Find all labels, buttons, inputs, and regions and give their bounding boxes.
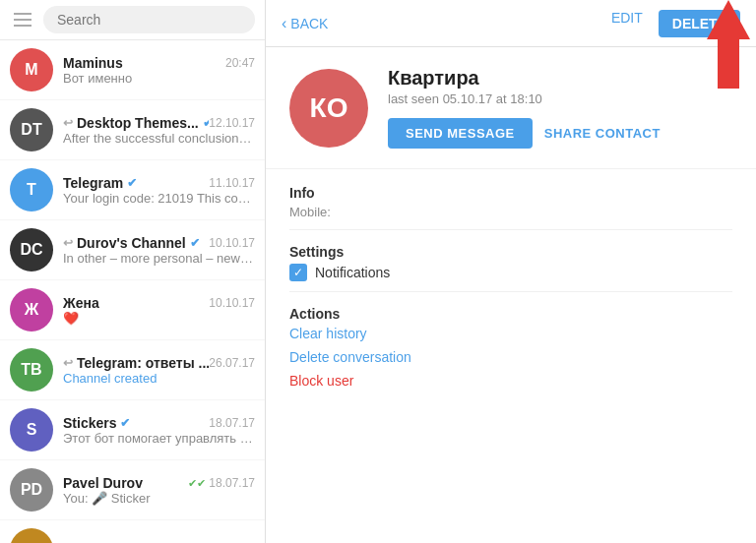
notifications-checkbox[interactable]: ✓ — [289, 264, 307, 281]
contact-action-buttons: SEND MESSAGE SHARE CONTACT — [388, 118, 732, 149]
verified-icon: ✔ — [203, 116, 210, 130]
contact-name: Квартира — [388, 67, 732, 90]
right-panel: ‹ BACK EDIT DELETE КО Квартира last seen… — [266, 0, 756, 543]
chat-preview: Your login code: 21019 This code ... — [63, 191, 255, 206]
menu-button[interactable] — [10, 9, 35, 30]
avatar: T — [10, 168, 53, 211]
list-item[interactable]: ТВ↩Telegram: ответы ...26.07.17Channel c… — [0, 340, 265, 400]
chat-name: ↩Durov's Channel✔ — [63, 235, 200, 251]
share-contact-button[interactable]: SHARE CONTACT — [544, 118, 661, 149]
back-arrow-icon: ‹ — [282, 15, 286, 32]
chat-name: ↩Telegram: ответы ... — [63, 355, 209, 371]
chat-name: Stickers✔ — [63, 415, 130, 431]
avatar: DT — [10, 108, 53, 151]
chat-time: ✔✔ 18.07.17 — [188, 476, 255, 490]
chat-name: Telegram✔ — [63, 175, 137, 191]
settings-section-title: Settings — [289, 244, 732, 260]
avatar: M — [10, 48, 53, 91]
forward-icon: ↩ — [63, 236, 73, 250]
chat-name: Maminus — [63, 55, 123, 71]
contact-details: Квартира last seen 05.10.17 at 18:10 SEN… — [388, 67, 732, 149]
avatar: DC — [10, 228, 53, 272]
chat-info: ↩Durov's Channel✔10.10.17In other – more… — [63, 235, 255, 266]
chat-preview: In other – more personal – news, ... — [63, 251, 255, 266]
forward-icon: ↩ — [63, 116, 73, 130]
chat-list: MMaminus20:47Вот именноDT↩Desktop Themes… — [0, 40, 265, 543]
divider-1 — [289, 229, 732, 230]
list-item[interactable]: UUkrainian — [0, 520, 265, 543]
chat-info: Жена10.10.17❤️ — [63, 295, 255, 326]
mobile-label: Mobile: — [289, 205, 732, 219]
list-item[interactable]: SStickers✔18.07.17Этот бот помогает упра… — [0, 400, 265, 460]
chat-time: 18.07.17 — [209, 416, 255, 430]
send-message-button[interactable]: SEND MESSAGE — [388, 118, 533, 149]
list-item[interactable]: TTelegram✔11.10.17Your login code: 21019… — [0, 160, 265, 220]
chat-info: ↩Telegram: ответы ...26.07.17Channel cre… — [63, 355, 255, 386]
chat-info: Stickers✔18.07.17Этот бот помогает управ… — [63, 415, 255, 446]
verified-icon: ✔ — [127, 176, 137, 190]
contact-section: КО Квартира last seen 05.10.17 at 18:10 … — [266, 47, 756, 169]
sidebar: MMaminus20:47Вот именноDT↩Desktop Themes… — [0, 0, 266, 543]
double-check-icon: ✔✔ — [188, 477, 209, 489]
chat-name: ↩Desktop Themes...✔ — [63, 115, 209, 131]
search-input[interactable] — [43, 6, 255, 33]
chat-name: Pavel Durov — [63, 475, 143, 491]
chat-preview: Channel created — [63, 371, 255, 386]
clear-history-link[interactable]: Clear history — [289, 326, 732, 341]
delete-button[interactable]: DELETE — [659, 10, 740, 37]
right-header: ‹ BACK EDIT DELETE — [266, 0, 756, 47]
chat-info: ↩Desktop Themes...✔12.10.17After the suc… — [63, 115, 255, 146]
chat-name: Жена — [63, 295, 99, 311]
chat-time: 11.10.17 — [209, 176, 255, 190]
chat-preview: Этот бот помогает управлять ст... — [63, 431, 255, 446]
chat-time: 12.10.17 — [209, 116, 255, 130]
delete-conversation-link[interactable]: Delete conversation — [289, 349, 732, 365]
avatar: ТВ — [10, 348, 53, 392]
detail-body: Info Mobile: Settings ✓ Notifications Ac… — [266, 169, 756, 412]
chat-time: 26.07.17 — [209, 356, 255, 370]
block-user-link[interactable]: Block user — [289, 373, 732, 389]
chat-preview: After the successful conclusion of... — [63, 131, 255, 146]
notifications-label: Notifications — [315, 265, 390, 280]
avatar: PD — [10, 468, 53, 512]
list-item[interactable]: ЖЖена10.10.17❤️ — [0, 280, 265, 340]
chat-info: Pavel Durov✔✔ 18.07.17You: 🎤 Sticker — [63, 475, 255, 506]
avatar: Ж — [10, 288, 53, 332]
actions-section-title: Actions — [289, 306, 732, 322]
chat-info: Maminus20:47Вот именно — [63, 55, 255, 86]
chat-info: Telegram✔11.10.17Your login code: 21019 … — [63, 175, 255, 206]
chat-time: 10.10.17 — [209, 236, 255, 250]
list-item[interactable]: DC↩Durov's Channel✔10.10.17In other – mo… — [0, 220, 265, 280]
contact-avatar: КО — [289, 69, 368, 148]
avatar: U — [10, 528, 53, 543]
avatar: S — [10, 408, 53, 452]
notifications-row: ✓ Notifications — [289, 264, 732, 281]
sidebar-header — [0, 0, 265, 40]
chat-preview: You: 🎤 Sticker — [63, 491, 255, 506]
chat-preview: Вот именно — [63, 71, 255, 86]
verified-icon: ✔ — [190, 236, 200, 250]
chat-time: 20:47 — [225, 56, 255, 70]
list-item[interactable]: DT↩Desktop Themes...✔12.10.17After the s… — [0, 100, 265, 160]
chat-preview: ❤️ — [63, 311, 255, 326]
back-button[interactable]: ‹ BACK — [282, 15, 328, 32]
divider-2 — [289, 291, 732, 292]
back-label: BACK — [290, 16, 328, 31]
forward-icon: ↩ — [63, 356, 73, 370]
header-actions: EDIT DELETE — [611, 10, 740, 37]
verified-icon: ✔ — [120, 416, 130, 430]
info-section-title: Info — [289, 185, 732, 201]
edit-button[interactable]: EDIT — [611, 10, 643, 37]
list-item[interactable]: PDPavel Durov✔✔ 18.07.17You: 🎤 Sticker — [0, 460, 265, 520]
list-item[interactable]: MMaminus20:47Вот именно — [0, 40, 265, 100]
chat-time: 10.10.17 — [209, 296, 255, 310]
contact-avatar-text: КО — [310, 92, 348, 124]
contact-last-seen: last seen 05.10.17 at 18:10 — [388, 91, 732, 106]
